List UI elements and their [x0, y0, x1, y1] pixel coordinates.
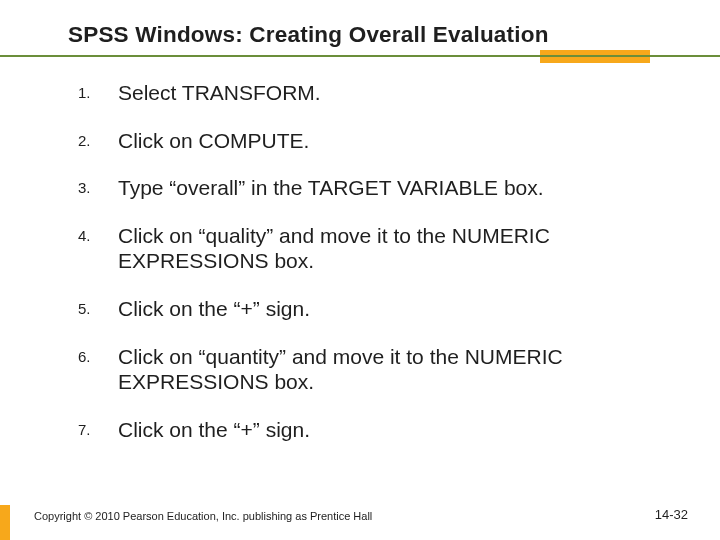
- slide-title: SPSS Windows: Creating Overall Evaluatio…: [68, 22, 690, 48]
- list-text: Click on the “+” sign.: [118, 296, 310, 322]
- list-item: 6. Click on “quantity” and move it to th…: [78, 344, 660, 395]
- slide: SPSS Windows: Creating Overall Evaluatio…: [0, 0, 720, 540]
- list-number: 5.: [78, 296, 118, 318]
- copyright-text: Copyright © 2010 Pearson Education, Inc.…: [34, 510, 372, 522]
- list-number: 3.: [78, 175, 118, 197]
- accent-bar-bottom-left: [0, 505, 10, 540]
- steps-list: 1. Select TRANSFORM. 2. Click on COMPUTE…: [78, 80, 660, 442]
- list-number: 2.: [78, 128, 118, 150]
- list-text: Click on “quality” and move it to the NU…: [118, 223, 660, 274]
- list-item: 5. Click on the “+” sign.: [78, 296, 660, 322]
- page-number: 14-32: [655, 507, 688, 522]
- list-number: 7.: [78, 417, 118, 439]
- list-text: Click on COMPUTE.: [118, 128, 309, 154]
- list-item: 3. Type “overall” in the TARGET VARIABLE…: [78, 175, 660, 201]
- list-number: 6.: [78, 344, 118, 366]
- divider-line: [0, 55, 720, 57]
- list-item: 2. Click on COMPUTE.: [78, 128, 660, 154]
- list-number: 4.: [78, 223, 118, 245]
- list-item: 7. Click on the “+” sign.: [78, 417, 660, 443]
- list-text: Type “overall” in the TARGET VARIABLE bo…: [118, 175, 544, 201]
- list-item: 1. Select TRANSFORM.: [78, 80, 660, 106]
- list-number: 1.: [78, 80, 118, 102]
- list-text: Click on the “+” sign.: [118, 417, 310, 443]
- list-item: 4. Click on “quality” and move it to the…: [78, 223, 660, 274]
- list-text: Click on “quantity” and move it to the N…: [118, 344, 660, 395]
- list-text: Select TRANSFORM.: [118, 80, 321, 106]
